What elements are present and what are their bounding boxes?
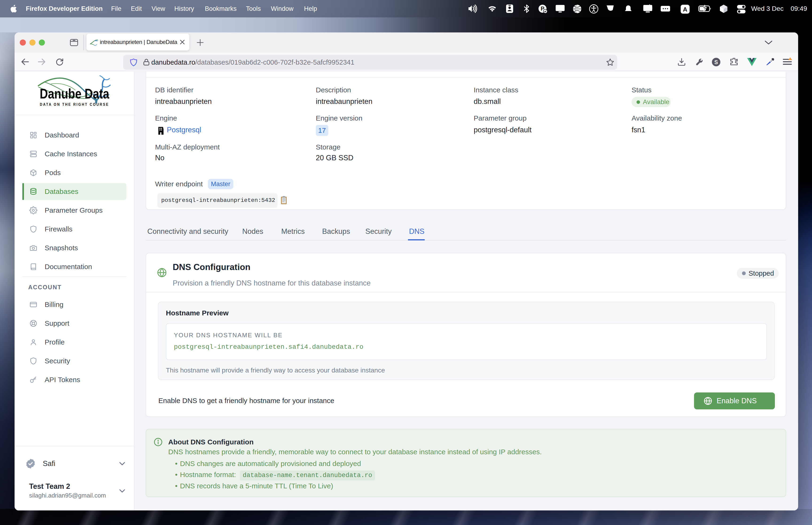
svg-text:DATA ON THE RIGHT COURSE: DATA ON THE RIGHT COURSE (40, 103, 109, 106)
svg-text:A: A (683, 6, 688, 13)
svg-text:S: S (714, 59, 718, 65)
svg-text:Danube Data: Danube Data (40, 86, 109, 102)
